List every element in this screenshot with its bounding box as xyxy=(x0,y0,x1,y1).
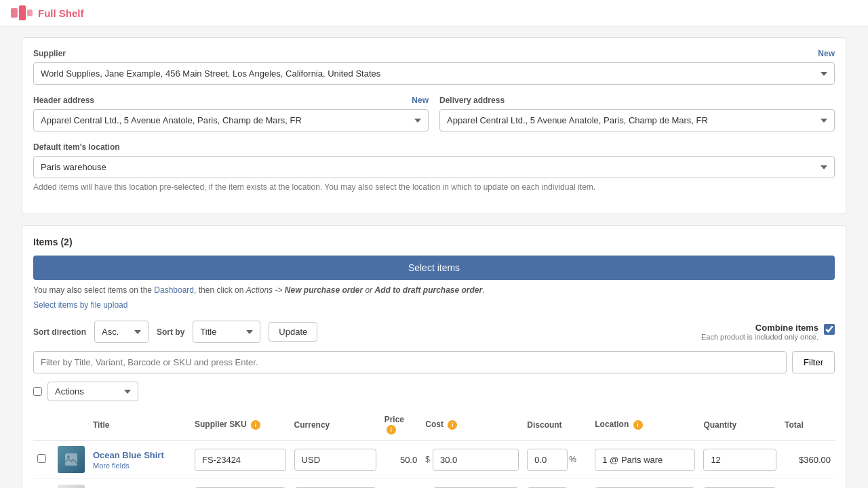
th-total: Total xyxy=(781,409,835,441)
sort-direction-label: Sort direction xyxy=(33,327,86,337)
sort-row: Sort direction Asc. Desc. Sort by Title … xyxy=(33,321,835,343)
supplier-label: Supplier xyxy=(33,49,66,58)
delivery-address-label: Delivery address xyxy=(439,96,505,105)
supplier-new-link[interactable]: New xyxy=(818,49,835,58)
actions-select[interactable]: Actions Delete selected Update selected xyxy=(47,382,138,401)
th-sku: Supplier SKU i xyxy=(191,409,290,441)
row-price-cell: 50.0 xyxy=(380,441,422,479)
dashboard-link[interactable]: Dashboard xyxy=(154,285,194,295)
discount-cell-1: % xyxy=(527,449,587,471)
supplier-select[interactable]: World Supplies, Jane Example, 456 Main S… xyxy=(33,62,835,85)
row-total-cell: $360.00 xyxy=(781,441,835,479)
cost-info-icon[interactable]: i xyxy=(448,420,457,430)
delivery-address-select[interactable]: Apparel Central Ltd., 5 Avenue Anatole, … xyxy=(439,109,835,131)
cost-cell-1: $ xyxy=(425,449,519,471)
combine-label: Combine items xyxy=(701,323,818,333)
percent-suffix-1: % xyxy=(569,455,576,464)
update-button[interactable]: Update xyxy=(269,322,317,342)
filter-input[interactable] xyxy=(33,351,787,373)
app-title: Full Shelf xyxy=(38,7,84,19)
filter-row: Filter xyxy=(33,351,835,373)
product-image-2 xyxy=(58,485,85,488)
product-title-1[interactable]: Ocean Blue Shirt xyxy=(93,450,164,460)
row-quantity-cell xyxy=(699,441,781,479)
location-info-icon[interactable]: i xyxy=(633,420,643,430)
svg-rect-1 xyxy=(19,5,26,20)
header-address-group: Header address New Apparel Central Ltd.,… xyxy=(33,96,429,131)
cost-prefix-1: $ xyxy=(425,455,430,464)
items-info-text: You may also select items on the Dashboa… xyxy=(33,285,835,295)
header-address-label-row: Header address New xyxy=(33,96,429,105)
table-header: Title Supplier SKU i Currency Price i Co xyxy=(33,409,835,441)
app-logo: Full Shelf xyxy=(11,5,84,20)
row-location-cell xyxy=(591,441,699,479)
th-price: Price i xyxy=(380,409,422,441)
table-body: Ocean Blue Shirt More fields 50.0 $ xyxy=(33,441,835,489)
items-title: Items (2) xyxy=(33,237,835,247)
default-location-select[interactable]: Paris warehouse xyxy=(33,156,835,178)
th-location: Location i xyxy=(591,409,699,441)
items-table: Title Supplier SKU i Currency Price i Co xyxy=(33,409,835,488)
delivery-address-group: Delivery address Apparel Central Ltd., 5… xyxy=(439,96,835,131)
row-currency-cell xyxy=(290,441,380,479)
row-title-cell: White Cotton Shirt More fields xyxy=(89,479,191,489)
default-location-group: Default item's location Paris warehouse … xyxy=(33,142,835,192)
row-sku-cell xyxy=(191,441,290,479)
header-address-new-link[interactable]: New xyxy=(412,96,429,105)
combine-sub: Each product is included only once. xyxy=(701,333,818,341)
sku-input-1[interactable] xyxy=(195,449,286,471)
currency-input-1[interactable] xyxy=(294,449,376,471)
quantity-input-1[interactable] xyxy=(703,449,776,471)
filter-button[interactable]: Filter xyxy=(792,351,835,373)
row-img-cell xyxy=(54,441,89,479)
th-currency: Currency xyxy=(290,409,380,441)
header-address-label: Header address xyxy=(33,96,94,105)
header-address-select[interactable]: Apparel Central Ltd., 5 Avenue Anatole, … xyxy=(33,109,429,131)
supplier-field-group: Supplier New World Supplies, Jane Exampl… xyxy=(33,49,835,85)
row-quantity-cell xyxy=(699,479,781,489)
row-discount-cell: % xyxy=(523,441,591,479)
more-fields-link-1[interactable]: More fields xyxy=(93,462,186,470)
delivery-address-label-row: Delivery address xyxy=(439,96,835,105)
app-header: Full Shelf xyxy=(0,0,868,26)
th-cost: Cost i xyxy=(421,409,523,441)
row-checkbox-cell xyxy=(33,441,54,479)
th-quantity: Quantity xyxy=(699,409,781,441)
select-all-checkbox[interactable] xyxy=(33,387,42,396)
supplier-section: Supplier New World Supplies, Jane Exampl… xyxy=(22,37,846,214)
actions-row: Actions Delete selected Update selected xyxy=(33,382,835,401)
combine-text: Combine items Each product is included o… xyxy=(701,323,818,341)
svg-rect-0 xyxy=(11,8,18,18)
th-img xyxy=(54,409,89,441)
th-discount: Discount xyxy=(523,409,591,441)
cost-input-1[interactable] xyxy=(433,449,519,471)
select-items-button[interactable]: Select items xyxy=(33,256,835,280)
items-section: Items (2) Select items You may also sele… xyxy=(22,225,846,488)
default-location-label: Default item's location xyxy=(33,142,835,152)
file-upload-link[interactable]: Select items by file upload xyxy=(33,300,127,310)
price-info-icon[interactable]: i xyxy=(387,425,396,434)
main-content: Supplier New World Supplies, Jane Exampl… xyxy=(0,26,868,488)
th-checkbox xyxy=(33,409,54,441)
row-checkbox-cell xyxy=(33,479,54,489)
discount-input-1[interactable] xyxy=(527,449,568,471)
th-title: Title xyxy=(89,409,191,441)
location-input-1[interactable] xyxy=(595,449,695,471)
svg-point-4 xyxy=(67,455,70,458)
table-header-row: Title Supplier SKU i Currency Price i Co xyxy=(33,409,835,441)
table-row: White Cotton Shirt More fields 30.0 $ xyxy=(33,479,835,489)
row-checkbox-1[interactable] xyxy=(37,454,46,463)
sort-by-select[interactable]: Title SKU Price Cost xyxy=(193,321,260,343)
sort-direction-select[interactable]: Asc. Desc. xyxy=(94,321,149,343)
svg-rect-2 xyxy=(27,9,33,16)
sku-info-icon[interactable]: i xyxy=(251,420,260,430)
combine-items-group: Combine items Each product is included o… xyxy=(701,323,835,341)
supplier-label-row: Supplier New xyxy=(33,49,835,58)
svg-rect-3 xyxy=(65,453,77,466)
row-total-cell: $240.00 xyxy=(781,479,835,489)
row-cost-cell: $ xyxy=(421,441,523,479)
row-sku-cell xyxy=(191,479,290,489)
combine-checkbox[interactable] xyxy=(824,324,835,335)
address-row: Header address New Apparel Central Ltd.,… xyxy=(33,96,835,142)
row-currency-cell xyxy=(290,479,380,489)
